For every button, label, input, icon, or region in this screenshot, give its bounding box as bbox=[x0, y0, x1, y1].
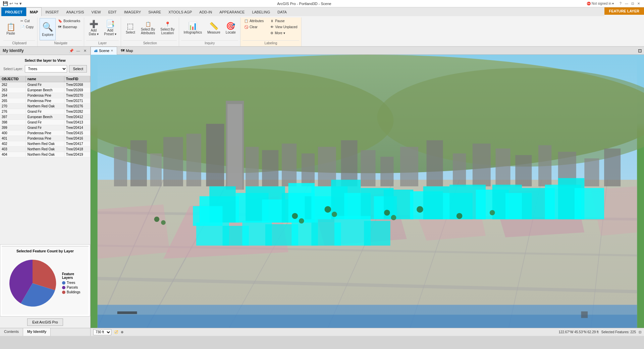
nav-icon: 🧭 bbox=[114, 330, 118, 334]
clear-button[interactable]: 🚫 Clear bbox=[243, 24, 265, 30]
scale-dropdown[interactable]: 730 ft 1 mi 0.5 mi bbox=[93, 329, 111, 335]
table-row[interactable]: 263 European Beech Tree/20269 bbox=[0, 88, 90, 93]
help-btn[interactable]: ? bbox=[618, 1, 623, 6]
table-row[interactable]: 398 Grand Fir Tree/20413 bbox=[0, 120, 90, 125]
tab-labeling[interactable]: LABELING bbox=[248, 7, 274, 16]
svg-point-89 bbox=[332, 212, 337, 217]
tab-project[interactable]: PROJECT bbox=[1, 7, 26, 16]
coordinates: 122.67°W 45.53°N 62.29 ft bbox=[558, 330, 598, 334]
locate-button[interactable]: 🎯 Locate bbox=[223, 18, 238, 38]
tab-appearance[interactable]: APPEARANCE bbox=[216, 7, 248, 16]
layer-group: ➕ AddData ▾ 📑 AddPreset ▾ Layer bbox=[84, 17, 121, 46]
customize-icon[interactable]: ▾ bbox=[19, 1, 22, 6]
panel-close-icon[interactable]: ✕ bbox=[82, 48, 88, 53]
minimize-btn[interactable]: — bbox=[624, 1, 629, 6]
bookmarks-button[interactable]: 🔖 Bookmarks bbox=[56, 18, 82, 24]
table-row[interactable]: 402 Northern Red Oak Tree/20417 bbox=[0, 141, 90, 147]
table-row[interactable]: 404 Northern Red Oak Tree/20419 bbox=[0, 152, 90, 157]
infographics-button[interactable]: 📊 Infographics bbox=[181, 18, 204, 38]
tab-my-identify[interactable]: My Identify bbox=[23, 328, 51, 336]
table-row[interactable]: 401 Ponderosa Pine Tree/20416 bbox=[0, 136, 90, 141]
feature-table: OBJECTID name TreeFID 262 Grand Fir Tree… bbox=[0, 76, 90, 244]
svg-point-91 bbox=[391, 215, 396, 220]
redo-icon[interactable]: ↪ bbox=[14, 1, 18, 6]
tab-data[interactable]: DATA bbox=[274, 7, 290, 16]
copy-button[interactable]: 📄 Copy bbox=[19, 24, 35, 30]
tab-view[interactable]: VIEW bbox=[88, 7, 105, 16]
view-unplaced-button[interactable]: 👁 View Unplaced bbox=[269, 24, 299, 30]
exit-arcgis-button[interactable]: Exit ArcGIS Pro bbox=[27, 318, 63, 326]
tab-insert[interactable]: INSERT bbox=[42, 7, 62, 16]
map-tab-label: Map bbox=[126, 49, 133, 53]
table-row[interactable]: 265 Ponderosa Pine Tree/20271 bbox=[0, 98, 90, 104]
select-layer-button[interactable]: Select bbox=[69, 65, 87, 72]
inquiry-group: 📊 Infographics 📏 Measure 🎯 Locate Inquir… bbox=[179, 17, 240, 46]
paste-button[interactable]: 📋 Paste bbox=[3, 18, 18, 40]
labeling-label: Labeling bbox=[243, 40, 299, 46]
expand-icon[interactable]: ⊡ bbox=[639, 330, 641, 334]
pin-icon[interactable]: 📌 bbox=[69, 48, 74, 53]
cell-objectid: 270 bbox=[0, 104, 25, 109]
tab-map[interactable]: 🗺 Map bbox=[117, 47, 137, 55]
tab-edit[interactable]: EDIT bbox=[105, 7, 120, 16]
navigate-label: Navigate bbox=[40, 40, 82, 46]
identify-panel: My Identify 📌 — ✕ Select the layer to Vi… bbox=[0, 47, 90, 328]
maximize-btn[interactable]: ⊡ bbox=[630, 1, 635, 6]
cell-treefid: Tree/20271 bbox=[64, 98, 90, 104]
tab-addin[interactable]: ADD-IN bbox=[196, 7, 216, 16]
table-inner[interactable]: OBJECTID name TreeFID 262 Grand Fir Tree… bbox=[0, 76, 90, 160]
chart-title: Selected Feature Count by Layer bbox=[4, 249, 86, 253]
cell-objectid: 263 bbox=[0, 88, 25, 93]
undo-icon[interactable]: ↩ bbox=[9, 1, 13, 6]
pause-button[interactable]: ⏸ Pause bbox=[269, 18, 299, 24]
add-data-button[interactable]: ➕ AddData ▾ bbox=[86, 18, 101, 38]
scene-tab-close[interactable]: ✕ bbox=[111, 49, 113, 52]
inquiry-label: Inquiry bbox=[181, 40, 238, 46]
cell-name: Ponderosa Pine bbox=[25, 131, 64, 136]
tab-map[interactable]: MAP bbox=[26, 7, 42, 16]
table-row[interactable]: 262 Grand Fir Tree/20268 bbox=[0, 82, 90, 88]
save-icon[interactable]: 💾 bbox=[3, 1, 8, 6]
svg-point-87 bbox=[299, 218, 304, 223]
map-expand-btn[interactable]: ⊡ bbox=[636, 47, 644, 54]
table-row[interactable]: 276 Grand Fir Tree/20282 bbox=[0, 109, 90, 114]
more-button[interactable]: ⚙ More ▾ bbox=[269, 30, 299, 36]
table-row[interactable]: 399 Grand Fir Tree/20414 bbox=[0, 125, 90, 131]
tab-imagery[interactable]: IMAGERY bbox=[120, 7, 145, 16]
cut-button[interactable]: ✂ Cut bbox=[19, 18, 35, 24]
map-viewport[interactable] bbox=[91, 55, 644, 328]
svg-point-90 bbox=[384, 210, 390, 216]
tab-share[interactable]: SHARE bbox=[145, 7, 165, 16]
add-preset-button[interactable]: 📑 AddPreset ▾ bbox=[102, 18, 119, 38]
table-scroll-wrapper[interactable]: OBJECTID name TreeFID 262 Grand Fir Tree… bbox=[0, 76, 90, 160]
tab-contents[interactable]: Contents bbox=[0, 328, 23, 336]
basemap-button[interactable]: 🗺 Basemap bbox=[56, 24, 82, 30]
close-btn[interactable]: ✕ bbox=[636, 1, 641, 6]
cell-name: Grand Fir bbox=[25, 125, 64, 131]
statusbar-right: 122.67°W 45.53°N 62.29 ft Selected Featu… bbox=[558, 330, 641, 334]
attributes-button[interactable]: 📋 Attributes bbox=[243, 18, 265, 24]
panel-minimize-icon[interactable]: — bbox=[75, 48, 81, 53]
select-by-attributes-button[interactable]: 📋 Select ByAttributes bbox=[139, 18, 157, 38]
feature-layer-tab[interactable]: FEATURE LAYER bbox=[604, 7, 644, 15]
layer-label: Layer bbox=[86, 40, 119, 46]
tab-xtools[interactable]: XTOOLS AGP bbox=[165, 7, 196, 16]
table-row[interactable]: 397 European Beech Tree/20412 bbox=[0, 114, 90, 120]
panel-controls: 📌 — ✕ bbox=[69, 48, 88, 53]
user-account[interactable]: ⛔ Not signed in ▾ bbox=[587, 2, 614, 5]
title-bar: 💾 ↩ ↪ ▾ ArcGIS Pro - Portland3D - Scene … bbox=[0, 0, 644, 7]
table-row[interactable]: 400 Ponderosa Pine Tree/20415 bbox=[0, 131, 90, 136]
measure-button[interactable]: 📏 Measure bbox=[205, 18, 223, 38]
select-by-location-button[interactable]: 📍 Select ByLocation bbox=[158, 18, 177, 38]
table-row[interactable]: 264 Ponderosa Pine Tree/20270 bbox=[0, 93, 90, 98]
layer-dropdown[interactable]: Trees Parcels Buildings bbox=[25, 65, 67, 72]
tab-analysis[interactable]: ANALYSIS bbox=[63, 7, 88, 16]
cell-treefid: Tree/20416 bbox=[64, 136, 90, 141]
clear-icon: 🚫 bbox=[244, 25, 248, 29]
cell-objectid: 265 bbox=[0, 98, 25, 104]
table-row[interactable]: 403 Northern Red Oak Tree/20418 bbox=[0, 147, 90, 152]
explore-button[interactable]: 🔍 Explore bbox=[40, 18, 56, 40]
table-row[interactable]: 270 Northern Red Oak Tree/20276 bbox=[0, 104, 90, 109]
select-button[interactable]: ⬚ Select bbox=[123, 18, 138, 38]
tab-scene[interactable]: 🏙 Scene ✕ bbox=[91, 47, 117, 55]
